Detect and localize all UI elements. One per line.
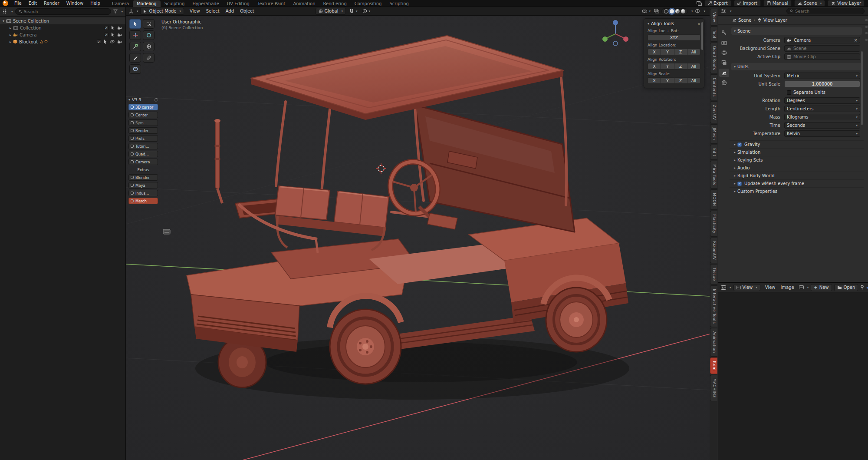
filter-icon[interactable] bbox=[113, 10, 118, 13]
panel-section-collapsed[interactable]: ▸ ✓ Rigid Body World bbox=[730, 172, 864, 179]
expand-region-icon[interactable]: ◂ bbox=[866, 285, 868, 290]
workspace-tab[interactable]: Sculpting bbox=[161, 0, 189, 7]
menubar-item[interactable]: Help bbox=[87, 0, 104, 6]
workspace-tab[interactable]: HyperShade bbox=[188, 0, 223, 7]
solid-shading-icon[interactable] bbox=[670, 9, 674, 13]
addon-button[interactable]: Merch bbox=[128, 198, 158, 204]
panel-section-collapsed[interactable]: ▸ ✓ Custom Properties bbox=[730, 187, 864, 195]
units-field[interactable]: Kilograms ▾ bbox=[784, 114, 860, 120]
panel-section-collapsed[interactable]: ▸ ✓ Update wMesh every frame bbox=[730, 179, 864, 187]
align-rotation-button[interactable]: Z bbox=[674, 63, 687, 69]
outliner-search[interactable] bbox=[15, 8, 112, 15]
proportional-editing-toggle[interactable]: ▾ bbox=[361, 8, 372, 14]
sidebar-tab[interactable]: Animation bbox=[710, 328, 717, 356]
workspace-tab[interactable]: Rend ering bbox=[319, 0, 350, 7]
xray-toggle[interactable] bbox=[654, 9, 659, 13]
tab-output-properties[interactable] bbox=[719, 49, 729, 57]
workspace-tab[interactable]: Texture Paint bbox=[253, 0, 289, 7]
disclosure-triangle-icon[interactable]: ▾ bbox=[734, 65, 736, 69]
checkbox[interactable]: ✓ bbox=[737, 182, 742, 186]
align-tools-header[interactable]: ▾ Align Tools × bbox=[648, 21, 700, 26]
align-scale-button[interactable]: All bbox=[687, 77, 700, 84]
sidebar-tab[interactable]: View bbox=[710, 9, 717, 26]
scene-camera-field[interactable]: Camera × bbox=[784, 37, 860, 43]
addon-button[interactable]: Maya bbox=[128, 182, 158, 189]
sidebar-tab[interactable]: Plasticity bbox=[710, 211, 717, 237]
section-scene[interactable]: ▾ Scene bbox=[731, 27, 862, 35]
camera-visibility-icon[interactable] bbox=[117, 26, 122, 30]
close-icon[interactable]: × bbox=[697, 22, 700, 26]
active-clip-field[interactable]: Movie Clip bbox=[784, 53, 860, 60]
tab-world-properties[interactable] bbox=[719, 79, 729, 87]
tweak-select-tool[interactable] bbox=[129, 19, 141, 29]
workspace-tab[interactable]: Animation bbox=[289, 0, 319, 7]
disclosure-triangle-icon[interactable]: ▸ bbox=[10, 33, 11, 37]
editor-type-icon[interactable] bbox=[128, 9, 134, 14]
workspace-tab[interactable]: UV Editing bbox=[223, 0, 253, 7]
manual-button[interactable]: Manual bbox=[763, 0, 792, 7]
visibility-dropdown[interactable]: ▾ bbox=[641, 9, 652, 14]
addon-button[interactable]: Center bbox=[128, 112, 158, 118]
exclude-checkbox[interactable]: ✓ bbox=[97, 40, 101, 44]
menubar-item[interactable]: Edit bbox=[25, 0, 40, 6]
sidebar-tab[interactable]: MACHIN3 bbox=[710, 375, 717, 401]
outliner-search-input[interactable] bbox=[24, 9, 108, 14]
align-location-button[interactable]: Y bbox=[661, 49, 674, 55]
align-scale-button[interactable]: Y bbox=[661, 77, 674, 84]
chevron-down-icon[interactable]: ▾ bbox=[807, 286, 809, 289]
camera-visibility-icon[interactable] bbox=[117, 40, 122, 44]
chevron-down-icon[interactable]: ▾ bbox=[11, 10, 13, 13]
clear-icon[interactable]: × bbox=[854, 38, 858, 43]
disclosure-triangle-icon[interactable]: ▾ bbox=[128, 98, 130, 102]
workspace-tab[interactable]: Compositing bbox=[351, 0, 386, 7]
viewport-canvas[interactable]: User Orthographic (6) Scene Collection bbox=[126, 16, 710, 460]
workspace-tab[interactable]: Scripting bbox=[385, 0, 412, 7]
units-field[interactable]: Centimeters ▾ bbox=[784, 106, 860, 112]
tab-view-layer-properties[interactable] bbox=[719, 59, 729, 67]
tab-scene-properties[interactable] bbox=[719, 69, 729, 77]
addon-button[interactable]: Tutori... bbox=[128, 143, 158, 149]
chevron-down-icon[interactable]: ▾ bbox=[691, 10, 693, 13]
menubar-item[interactable]: Render bbox=[40, 0, 63, 6]
editor-type-icon[interactable] bbox=[3, 9, 8, 14]
addon-panel-header[interactable]: ▾ V3.9 bbox=[128, 97, 158, 102]
checkbox[interactable]: ✓ bbox=[737, 142, 742, 147]
mode-selector[interactable]: Object Mode ▾ bbox=[140, 8, 184, 15]
align-location-button[interactable]: X bbox=[648, 49, 661, 55]
units-field[interactable]: Kelvin ▾ bbox=[784, 130, 860, 137]
export-button[interactable]: Export bbox=[704, 0, 731, 7]
sidebar-tab[interactable]: Good Roofs bbox=[710, 43, 717, 73]
disclosure-triangle-icon[interactable]: ▸ bbox=[734, 189, 736, 193]
addon-button[interactable]: 3D cursor bbox=[128, 104, 158, 110]
chevron-down-icon[interactable]: ▾ bbox=[730, 286, 731, 289]
view-layer-selector[interactable]: View Layer bbox=[828, 0, 865, 7]
properties-scrollbar[interactable] bbox=[861, 51, 863, 125]
open-image-button[interactable]: Open bbox=[834, 284, 858, 291]
sidebar-tab[interactable]: Contents bbox=[710, 74, 717, 100]
workspace-tab[interactable]: Modeling bbox=[133, 0, 161, 7]
addon-button[interactable]: Sym... bbox=[128, 119, 158, 126]
menubar-item[interactable]: File bbox=[11, 0, 25, 6]
image-editor-canvas[interactable] bbox=[718, 292, 868, 460]
addon-button[interactable]: Camera bbox=[128, 159, 158, 165]
addon-button[interactable]: Quad... bbox=[128, 151, 158, 157]
viewport-menu-item[interactable]: Object bbox=[237, 8, 257, 14]
disclosure-triangle-icon[interactable]: ▾ bbox=[734, 29, 736, 33]
align-location-button[interactable]: Z bbox=[674, 49, 687, 55]
align-rotation-button[interactable]: Y bbox=[661, 63, 674, 69]
editor-type-icon[interactable] bbox=[721, 9, 726, 13]
transform-tool[interactable] bbox=[143, 42, 155, 51]
chevron-down-icon[interactable]: ▾ bbox=[137, 10, 138, 13]
background-scene-field[interactable]: Scene bbox=[784, 45, 860, 52]
align-xyz-button[interactable]: XYZ bbox=[648, 34, 700, 41]
viewport-menu-item[interactable]: Select bbox=[203, 8, 223, 14]
addon-button[interactable]: Extras bbox=[128, 166, 158, 173]
chevron-down-icon[interactable]: ▾ bbox=[730, 10, 732, 13]
exclude-checkbox[interactable]: ✓ bbox=[104, 33, 108, 37]
selectable-icon[interactable] bbox=[111, 33, 115, 37]
tab-render-properties[interactable] bbox=[719, 39, 729, 47]
disclosure-triangle-icon[interactable]: ▸ bbox=[734, 150, 736, 154]
align-rotation-button[interactable]: All bbox=[687, 63, 700, 69]
golf-cart-model[interactable] bbox=[126, 16, 710, 460]
scene-selector[interactable]: Scene ▾ bbox=[794, 0, 825, 7]
